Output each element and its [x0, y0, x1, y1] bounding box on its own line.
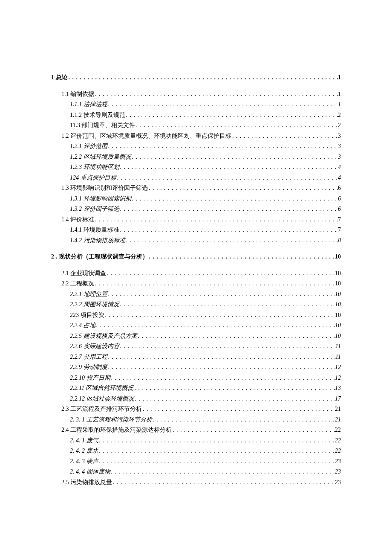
- toc-label: 1.2 评价范围、区域环境质量概况、环境功能区划、重点保护目标: [61, 131, 231, 142]
- toc-leader-dots: [94, 215, 338, 225]
- toc-leader-dots: [94, 279, 335, 289]
- toc-page-number: 23: [335, 467, 341, 477]
- toc-leader-dots: [148, 183, 338, 194]
- toc-leader-dots: [119, 225, 338, 235]
- toc-leader-dots: [131, 194, 338, 204]
- toc-page-number: 7: [338, 215, 341, 225]
- toc-leader-dots: [94, 89, 338, 100]
- toc-entry: 2.2.9 劳动制度12: [51, 362, 341, 373]
- toc-page-number: 11: [335, 341, 341, 352]
- toc-page-number: 4: [338, 173, 341, 183]
- toc-label: 2.2.2 周围环境情况: [70, 299, 119, 310]
- toc-entry: 223 项目投资10: [51, 310, 341, 321]
- toc-page-number: 10: [335, 331, 341, 342]
- toc-leader-dots: [152, 415, 335, 425]
- toc-label: 1.4.1 环境质量标准: [70, 225, 119, 235]
- toc-label: 2 . 现状分析（工程现状调查与分析）: [51, 252, 148, 262]
- toc-label: 1.1 编制依据: [61, 89, 94, 100]
- toc-leader-dots: [107, 99, 338, 110]
- toc-label: 1.3 环境影响识别和评价因子筛选: [61, 183, 148, 194]
- toc-page-number: 1: [338, 99, 341, 110]
- toc-entry: 1.4.1 环境质量标准7: [51, 225, 341, 235]
- toc-page-number: 1: [338, 89, 341, 100]
- toc-entry: 2.2.7 公用工程11: [51, 352, 341, 363]
- toc-leader-dots: [107, 141, 338, 152]
- toc-page-number: 3: [338, 152, 341, 163]
- toc-leader-dots: [98, 436, 335, 446]
- toc-entry: 2. 4. 2 废水22: [51, 446, 341, 456]
- toc-page-number: 10: [335, 310, 341, 321]
- toc-page-number: 1: [338, 73, 341, 83]
- toc-page-number: 3: [338, 131, 341, 142]
- toc-entry: 1.1.2 技术导则及规范2: [51, 110, 341, 121]
- toc-leader-dots: [131, 152, 338, 163]
- toc-page-number: 17: [335, 394, 341, 404]
- toc-label: 2.2.5 建设规模及产品方案: [70, 331, 137, 342]
- toc-entry: 1.2.1 评价范围3: [51, 141, 341, 152]
- toc-label: 1.2.2 区域环境质量概况: [70, 152, 131, 163]
- toc-page-number: 10: [335, 289, 341, 300]
- toc-entry: 2.2.2 周围环境情况10: [51, 299, 341, 310]
- toc-entry: 2.2 工程概况10: [51, 279, 341, 289]
- toc-entry: 1.2 评价范围、区域环境质量概况、环境功能区划、重点保护目标3: [51, 131, 341, 142]
- toc-leader-dots: [98, 446, 335, 456]
- toc-label: 2.5 污染物排放总量: [61, 477, 112, 488]
- toc-leader-dots: [125, 110, 338, 121]
- toc-page-number: 22: [335, 436, 341, 446]
- toc-page-number: 10: [335, 320, 341, 331]
- toc-leader-dots: [110, 467, 335, 477]
- toc-entry: 1.3.2 评价因子筛选6: [51, 204, 341, 215]
- toc-page-number: 10: [335, 279, 341, 289]
- toc-entry: 2 . 现状分析（工程现状调查与分析）10: [51, 252, 341, 262]
- toc-leader-dots: [116, 173, 338, 183]
- toc-label: 2.2.7 公用工程: [70, 352, 107, 363]
- toc-label: 2. 4. 1 废气: [70, 436, 98, 446]
- toc-entry: 1.1 编制依据1: [51, 89, 341, 100]
- toc-page-number: 21: [335, 415, 341, 425]
- toc-leader-dots: [148, 252, 335, 262]
- toc-leader-dots: [112, 477, 335, 488]
- toc-entry: 2.5 污染物排放总量23: [51, 477, 341, 488]
- toc-entry: 2. 4. 1 废气22: [51, 436, 341, 446]
- toc-label: 2.4 工程采取的环保措施及污染源达标分析: [61, 425, 172, 436]
- toc-page-number: 22: [335, 446, 341, 456]
- toc-leader-dots: [95, 320, 335, 331]
- toc-entry: 2.2.6 实际建设内容11: [51, 341, 341, 352]
- toc-leader-dots: [119, 162, 338, 173]
- toc-label: 1.1.2 技术导则及规范: [70, 110, 125, 121]
- toc-label: 11.3 部门规章、相关文件: [70, 120, 135, 131]
- toc-page-number: 2: [338, 110, 341, 121]
- toc-page-number: 10: [335, 268, 341, 279]
- toc-label: 1.4 评价标准: [61, 215, 94, 225]
- toc-leader-dots: [119, 204, 338, 215]
- toc-label: 2.2.4 占地: [70, 320, 95, 331]
- toc-label: 1 总论: [51, 73, 68, 83]
- toc-label: 1.2.3 环境功能区划: [70, 162, 119, 173]
- toc-leader-dots: [110, 373, 335, 384]
- toc-entry: 2. 4. 4 固体废物23: [51, 467, 341, 477]
- toc-page-number: 6: [338, 204, 341, 215]
- toc-label: 1.3.2 评价因子筛选: [70, 204, 119, 215]
- toc-page-number: 3: [338, 141, 341, 152]
- toc-label: 1.4.2 污染物排放标准: [70, 235, 125, 246]
- toc-entry: 1 总论1: [51, 73, 341, 83]
- toc-label: 124 重点保护目标: [70, 173, 116, 183]
- toc-label: 2.2.12 区域社会环境概况: [70, 394, 134, 404]
- toc-label: 1.2.1 评价范围: [70, 141, 107, 152]
- toc-entry: 1.1.1 法律法规1: [51, 99, 341, 110]
- toc-entry: 1.4.2 污染物排放标准8: [51, 235, 341, 246]
- toc-entry: 1.2.3 环境功能区划4: [51, 162, 341, 173]
- toc-page-number: 7: [338, 225, 341, 235]
- toc-label: 2.2.10 投产日期: [70, 373, 110, 384]
- toc-label: 2.1 企业现状调查: [61, 268, 106, 279]
- toc-page-number: 21: [335, 404, 341, 415]
- toc-page-number: 10: [335, 252, 341, 262]
- toc-leader-dots: [104, 310, 335, 321]
- toc-leader-dots: [135, 120, 338, 131]
- toc-page-number: 23: [335, 477, 341, 488]
- toc-label: 2.2.6 实际建设内容: [70, 341, 119, 352]
- toc-page: 1 总论11.1 编制依据11.1.1 法律法规11.1.2 技术导则及规范21…: [0, 0, 392, 522]
- toc-entry: 11.3 部门规章、相关文件2: [51, 120, 341, 131]
- toc-label: 1.3.1 环境影响因素识别: [70, 194, 131, 204]
- toc-page-number: 12: [335, 362, 341, 373]
